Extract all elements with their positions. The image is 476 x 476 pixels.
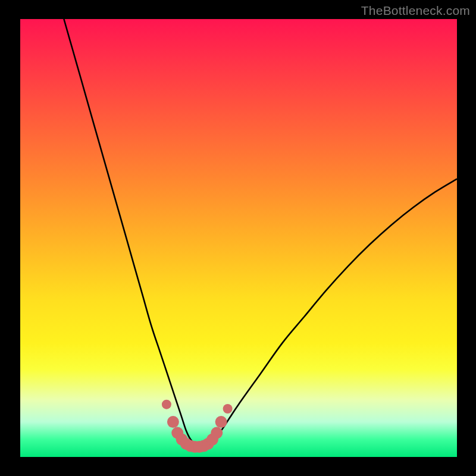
highlight-markers (162, 400, 233, 453)
marker-dot (215, 416, 227, 428)
bottleneck-curve (64, 19, 457, 446)
marker-dot (167, 416, 179, 428)
marker-dot (223, 404, 233, 414)
chart-frame: TheBottleneck.com (0, 0, 476, 476)
marker-dot (211, 427, 223, 439)
watermark-text: TheBottleneck.com (361, 4, 470, 18)
marker-dot (162, 400, 171, 409)
curve-svg (20, 19, 457, 457)
plot-area (20, 19, 457, 457)
